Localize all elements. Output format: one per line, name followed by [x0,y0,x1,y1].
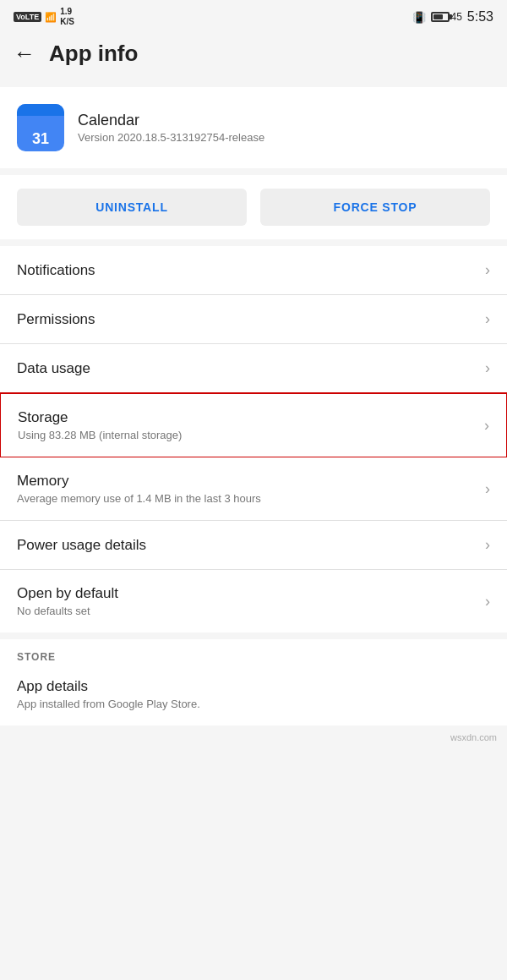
status-left: VoLTE 📶 1.9K/S [14,7,74,27]
menu-item[interactable]: StorageUsing 83.28 MB (internal storage)… [0,392,507,458]
menu-item-title: Permissions [17,311,478,328]
menu-item-title: Open by default [17,585,478,602]
chevron-right-icon: › [485,480,490,498]
menu-item-title: Storage [18,409,477,426]
menu-item-content: Permissions [17,311,478,328]
menu-item-content: Data usage [17,360,478,377]
watermark: wsxdn.com [0,725,507,749]
app-version: Version 2020.18.5-313192754-release [78,131,490,144]
menu-item[interactable]: Power usage details› [0,521,507,570]
chevron-right-icon: › [485,261,490,279]
store-section: STORE App details App installed from Goo… [0,639,507,725]
signal-indicator: 📶 [45,12,57,23]
battery-level: 45 [451,11,462,23]
app-info-card: 31 Calendar Version 2020.18.5-313192754-… [0,87,507,168]
app-icon: 31 [17,104,64,151]
menu-item[interactable]: Open by defaultNo defaults set› [0,570,507,632]
menu-item-content: Power usage details [17,537,478,554]
app-name: Calendar [78,112,490,129]
chevron-right-icon: › [485,593,490,610]
menu-item-content: MemoryAverage memory use of 1.4 MB in th… [17,473,478,505]
volte-indicator: VoLTE [14,12,41,22]
menu-item-content: Notifications [17,262,478,279]
action-buttons: UNINSTALL FORCE STOP [0,175,507,239]
back-button[interactable]: ← [14,41,35,67]
menu-item-content: StorageUsing 83.28 MB (internal storage) [18,409,477,441]
uninstall-button[interactable]: UNINSTALL [17,189,247,226]
app-icon-date: 31 [32,130,49,148]
chevron-right-icon: › [485,310,490,328]
menu-item-title: Power usage details [17,537,478,554]
menu-item[interactable]: Data usage› [0,344,507,393]
app-details: Calendar Version 2020.18.5-313192754-rel… [78,112,490,144]
menu-item-subtitle: No defaults set [17,605,478,617]
menu-section: Notifications›Permissions›Data usage›Sto… [0,246,507,632]
chevron-right-icon: › [484,417,489,435]
menu-item-title: Data usage [17,360,478,377]
menu-item-content: Open by defaultNo defaults set [17,585,478,617]
status-bar: VoLTE 📶 1.9K/S 📳 45 5:53 [0,0,507,30]
menu-item-subtitle: Using 83.28 MB (internal storage) [18,429,477,441]
menu-item[interactable]: MemoryAverage memory use of 1.4 MB in th… [0,457,507,521]
menu-item-title: Memory [17,473,478,490]
store-item[interactable]: App details App installed from Google Pl… [0,668,507,725]
speed-indicator: 1.9K/S [60,7,74,27]
clock: 5:53 [467,9,493,25]
menu-item[interactable]: Notifications› [0,246,507,295]
store-label: STORE [0,639,507,668]
menu-item-subtitle: Average memory use of 1.4 MB in the last… [17,492,478,505]
store-item-subtitle: App installed from Google Play Store. [17,698,490,710]
chevron-right-icon: › [485,359,490,377]
page-title: App info [49,41,138,67]
store-item-title: App details [17,678,490,695]
vibrate-icon: 📳 [412,11,426,24]
battery-indicator: 45 [431,11,462,23]
menu-item[interactable]: Permissions› [0,295,507,344]
force-stop-button[interactable]: FORCE STOP [260,189,490,226]
menu-item-title: Notifications [17,262,478,279]
header: ← App info [0,30,507,80]
chevron-right-icon: › [485,536,490,554]
status-right: 📳 45 5:53 [412,9,494,25]
